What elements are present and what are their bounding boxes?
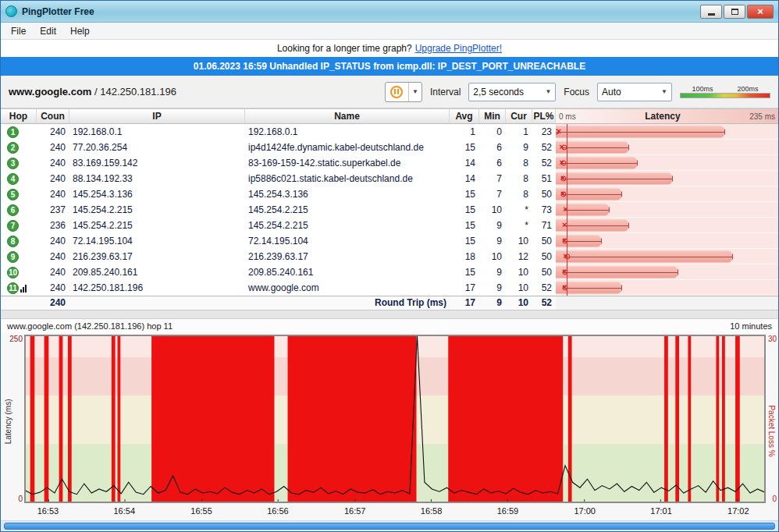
latency-scale-legend: 100ms 200ms	[680, 85, 770, 98]
window-controls: ×	[700, 5, 774, 19]
table-row[interactable]: 10240209.85.240.161209.85.240.1611591050…	[1, 264, 778, 280]
toolbar: www.google.com / 142.250.181.196 ▼ Inter…	[1, 76, 778, 108]
min-cell: 10	[479, 202, 506, 218]
menu-edit[interactable]: Edit	[33, 24, 63, 38]
footer-pl-cell: 52	[532, 296, 556, 310]
table-row[interactable]: 11240142.250.181.196www.google.com179105…	[1, 280, 778, 296]
packet-loss-cell: 71	[532, 218, 556, 233]
graph-range-label[interactable]: 10 minutes	[730, 321, 772, 331]
minimize-button[interactable]	[700, 5, 722, 19]
table-row[interactable]: 9240216.239.63.17216.239.63.1718101250×	[1, 249, 778, 264]
header-pl[interactable]: PL%	[532, 109, 556, 123]
latency-whisker	[564, 225, 628, 226]
avg-cell: 15	[450, 264, 479, 280]
min-cell: 9	[479, 264, 506, 280]
avg-cell: 15	[450, 218, 479, 233]
packet-loss-bar	[688, 335, 691, 502]
table-row[interactable]: 5240145.254.3.136145.254.3.136157850×	[1, 186, 778, 202]
close-button[interactable]: ×	[747, 5, 774, 19]
latency-whisker	[565, 210, 609, 211]
time-axis-tick-label: 16:59	[497, 506, 519, 516]
latency-title: Latency	[645, 109, 680, 123]
cur-cell: *	[506, 218, 532, 233]
min-cell: 9	[479, 233, 506, 249]
table-row[interactable]: 224077.20.36.254ip4d1424fe.dynamic.kabel…	[1, 140, 778, 155]
hop-cell: 2	[1, 140, 37, 155]
packet-loss-bar	[448, 335, 563, 502]
min-cell: 7	[479, 171, 506, 186]
name-cell: ip5886c021.static.kabel-deutschland.de	[245, 171, 450, 186]
table-footer-row: 240 Round Trip (ms) 17 9 10 52	[1, 296, 778, 310]
window-title: PingPlotter Free	[22, 6, 700, 17]
min-cell: 6	[479, 140, 506, 155]
pause-icon	[390, 86, 403, 98]
hop-cell: 8	[1, 233, 37, 249]
header-ip[interactable]: IP	[69, 109, 245, 123]
cur-cell: 10	[506, 280, 532, 296]
avg-cell: 15	[450, 233, 479, 249]
footer-ip-cell	[69, 296, 245, 310]
timeline-plot-area[interactable]	[24, 335, 766, 503]
pause-dropdown-button[interactable]: ▼	[409, 83, 422, 101]
graph-target-label: www.google.com (142.250.181.196) hop 11	[7, 321, 173, 331]
hop-cell: 4	[1, 171, 37, 186]
focused-hop-graph-icon	[20, 284, 27, 293]
hop-cell: 10	[1, 264, 37, 280]
name-cell: 83-169-159-142.static.superkabel.de	[245, 155, 450, 171]
count-cell: 240	[37, 264, 69, 280]
min-cell: 9	[479, 280, 506, 296]
header-name[interactable]: Name	[245, 109, 450, 123]
table-row[interactable]: 6237145.254.2.215145.254.2.2151510*73×	[1, 202, 778, 218]
header-hop[interactable]: Hop	[1, 109, 37, 123]
header-latency[interactable]: 0 ms Latency 235 ms	[556, 109, 778, 123]
menubar: File Edit Help	[1, 23, 778, 40]
name-cell: 145.254.2.215	[245, 202, 450, 218]
upgrade-link[interactable]: Upgrade PingPlotter!	[415, 43, 502, 54]
cur-cell: 8	[506, 171, 532, 186]
table-row[interactable]: 7236145.254.2.215145.254.2.215159*71×	[1, 218, 778, 233]
upgrade-banner: Looking for a longer time graph? Upgrade…	[1, 40, 778, 57]
latency-cell: ×	[556, 171, 778, 186]
footer-cur-cell: 10	[506, 296, 532, 310]
table-row[interactable]: 824072.14.195.10472.14.195.1041591050×	[1, 233, 778, 249]
ip-cell: 142.250.181.196	[69, 280, 245, 296]
count-cell: 240	[37, 249, 69, 264]
count-cell: 240	[37, 171, 69, 186]
app-logo-icon	[5, 5, 17, 17]
packet-loss-cell: 51	[532, 171, 556, 186]
table-row[interactable]: 324083.169.159.14283-169-159-142.static.…	[1, 155, 778, 171]
count-cell: 237	[37, 202, 69, 218]
table-row[interactable]: 424088.134.192.33ip5886c021.static.kabel…	[1, 171, 778, 186]
latency-max-tick	[601, 238, 602, 243]
latency-whisker	[561, 163, 637, 164]
focus-select[interactable]: Auto ▼	[597, 83, 672, 101]
latency-whisker	[564, 272, 678, 273]
header-cur[interactable]: Cur	[506, 109, 532, 123]
latency-max-tick	[609, 207, 610, 212]
avg-cell: 14	[450, 171, 479, 186]
hop-number-badge: 5	[7, 189, 19, 200]
name-cell: 145.254.2.215	[245, 218, 450, 233]
pause-button[interactable]	[386, 83, 409, 101]
avg-cell: 15	[450, 202, 479, 218]
count-cell: 240	[37, 186, 69, 202]
latency-max-tick	[628, 222, 629, 228]
name-cell: 209.85.240.161	[245, 264, 450, 280]
table-row[interactable]: 1240192.168.0.1192.168.0.110123×	[1, 124, 778, 140]
packet-loss-bar	[675, 335, 679, 502]
ip-cell: 209.85.240.161	[69, 264, 245, 280]
current-latency-marker-icon	[560, 191, 566, 197]
menu-help[interactable]: Help	[63, 24, 97, 38]
header-count[interactable]: Coun	[37, 109, 69, 123]
interval-select[interactable]: 2,5 seconds ▼	[468, 83, 556, 101]
latency-cell: ×	[556, 249, 778, 264]
current-value-trace-line	[567, 124, 567, 296]
time-scrollbar-thumb[interactable]	[4, 523, 775, 530]
header-avg[interactable]: Avg	[450, 109, 479, 123]
header-min[interactable]: Min	[479, 109, 506, 123]
packet-loss-bar	[716, 335, 719, 502]
menu-file[interactable]: File	[4, 24, 33, 38]
pane-splitter[interactable]	[1, 310, 778, 319]
maximize-button[interactable]	[724, 5, 745, 19]
chevron-down-icon: ▼	[661, 88, 667, 95]
